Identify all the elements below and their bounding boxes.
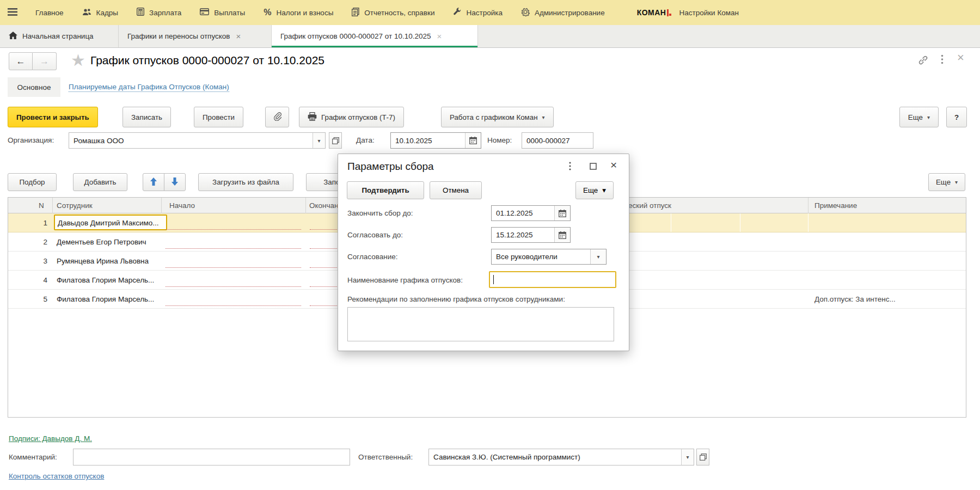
pick-button[interactable]: Подбор [8, 173, 57, 191]
start-date-empty-field[interactable] [166, 248, 301, 249]
tab-main-section[interactable]: Основное [8, 77, 60, 97]
approval-dropdown-button[interactable]: ▾ [590, 249, 606, 264]
table-more-button[interactable]: Еще▾ [928, 173, 965, 191]
wrench-icon [453, 8, 461, 17]
brand-logo: КОМАН [637, 8, 672, 17]
organization-input[interactable] [69, 133, 313, 148]
tab-vacation-schedule-document[interactable]: График отпусков 0000-000027 от 10.10.202… [272, 25, 478, 47]
main-menu-button[interactable] [0, 0, 26, 25]
close-icon[interactable]: × [236, 32, 241, 41]
more-actions-kebab-icon[interactable] [941, 54, 944, 66]
schedule-name-label: Наименование графика отпусков: [347, 272, 463, 289]
chevron-down-icon: ▾ [602, 186, 606, 194]
comment-label: Комментарий: [9, 449, 57, 465]
start-date-empty-field[interactable] [166, 286, 301, 287]
work-with-schedule-button[interactable]: Работа с графиком Коман▾ [441, 107, 554, 127]
page-title: График отпусков 0000-000027 от 10.10.202… [90, 54, 324, 67]
start-date-empty-field[interactable] [166, 305, 301, 306]
col-employee: Сотрудник [57, 198, 93, 213]
dialog-title: Параметры сбора [347, 161, 434, 173]
top-menu-bar: Главное Кадры Зарплата Выплаты % Налоги … [0, 0, 980, 25]
organization-dropdown-button[interactable]: ▾ [313, 133, 325, 148]
menu-item-taxes[interactable]: % Налоги и взносы [254, 0, 342, 25]
responsible-open-button[interactable] [696, 449, 709, 465]
chevron-down-icon: ▾ [542, 114, 545, 120]
text-cursor [493, 275, 494, 284]
menu-item-settings[interactable]: Настройка [444, 0, 511, 25]
recommendations-label: Рекомендации по заполнению графика отпус… [347, 295, 565, 303]
more-button[interactable]: Еще▾ [899, 107, 939, 127]
date-input[interactable] [391, 133, 465, 148]
start-date-empty-field[interactable] [166, 229, 301, 230]
schedule-name-field [489, 271, 616, 288]
schedule-name-input[interactable] [490, 272, 624, 287]
number-input[interactable] [522, 132, 593, 149]
move-down-button[interactable] [164, 173, 186, 191]
print-t7-button[interactable]: График отпусков (Т-7) [299, 107, 404, 127]
signatures-link[interactable]: Подписи: Давыдов Д. М. [9, 434, 92, 443]
chevron-down-icon: ▾ [955, 179, 958, 185]
approve-by-field [491, 227, 571, 243]
close-icon[interactable]: × [437, 32, 442, 41]
calendar-icon[interactable] [554, 206, 570, 220]
card-icon [200, 8, 209, 17]
tab-home[interactable]: Начальная страница [0, 25, 119, 47]
organization-label: Организация: [8, 132, 54, 149]
menu-item-reports[interactable]: Отчетность, справки [342, 0, 444, 25]
load-from-file-button[interactable]: Загрузить из файла [198, 173, 293, 191]
finish-collection-input[interactable] [492, 206, 554, 220]
recommendations-textarea[interactable] [347, 307, 614, 341]
finish-collection-field [491, 205, 571, 221]
col-vacation: еский отпуск [628, 198, 671, 213]
dialog-close-icon[interactable]: × [610, 158, 617, 171]
responsible-input[interactable] [429, 449, 681, 465]
comment-input[interactable] [73, 449, 350, 465]
menu-item-administration[interactable]: Администрирование [512, 0, 614, 25]
percent-icon: % [264, 8, 271, 17]
dialog-more-button[interactable]: Еще▾ [575, 181, 614, 199]
vacation-balance-control-link[interactable]: Контроль остатков отпусков [9, 472, 104, 480]
cancel-button[interactable]: Отмена [430, 181, 482, 199]
number-label: Номер: [487, 132, 512, 149]
dialog-kebab-icon[interactable] [569, 162, 571, 172]
responsible-label: Ответственный: [358, 449, 413, 465]
menu-item-salary[interactable]: Зарплата [127, 0, 191, 25]
brand-red-bar [667, 9, 669, 16]
back-button[interactable]: ← [9, 52, 33, 70]
menu-item-hr[interactable]: Кадры [73, 0, 127, 25]
confirm-button[interactable]: Подтвердить [347, 181, 424, 199]
approve-by-input[interactable] [492, 228, 554, 242]
calendar-icon[interactable] [465, 133, 481, 148]
col-n: N [39, 198, 44, 213]
tab-vacation-schedules-list[interactable]: Графики и переносы отпусков × [119, 25, 272, 47]
close-form-icon[interactable]: × [957, 51, 964, 65]
organization-open-button[interactable] [329, 132, 342, 149]
save-button[interactable]: Записать [122, 107, 171, 127]
help-button[interactable]: ? [946, 107, 967, 127]
post-and-close-button[interactable]: Провести и закрыть [8, 107, 98, 127]
responsible-dropdown-button[interactable]: ▾ [681, 449, 694, 465]
planned-dates-link[interactable]: Планируемые даты Графика Отпусков (Коман… [69, 83, 229, 92]
approval-field: ▾ [491, 249, 607, 265]
start-date-empty-field[interactable] [166, 267, 301, 268]
add-button[interactable]: Добавить [73, 173, 127, 191]
organization-field: ▾ [69, 132, 326, 149]
forward-button[interactable]: → [33, 52, 57, 70]
get-link-icon[interactable] [918, 55, 928, 67]
menu-item-main[interactable]: Главное [26, 0, 73, 25]
people-icon [82, 8, 91, 17]
approve-by-label: Согласовать до: [347, 227, 403, 243]
app-window: Главное Кадры Зарплата Выплаты % Налоги … [0, 0, 980, 490]
attachments-button[interactable] [265, 107, 289, 127]
note-cell: Доп.отпуск: За интенс... [814, 290, 896, 309]
menu-item-payments[interactable]: Выплаты [191, 0, 254, 25]
move-up-button[interactable] [143, 173, 164, 191]
post-button[interactable]: Провести [194, 107, 243, 127]
favorite-star-icon[interactable]: ★ [71, 51, 85, 70]
approval-label: Согласование: [347, 249, 397, 265]
active-cell[interactable]: Давыдов Дмитрий Максимо... [54, 215, 167, 230]
approval-select[interactable] [492, 249, 590, 264]
hamburger-icon [8, 8, 17, 17]
dialog-maximize-icon[interactable] [590, 163, 597, 171]
calendar-icon[interactable] [554, 228, 570, 242]
